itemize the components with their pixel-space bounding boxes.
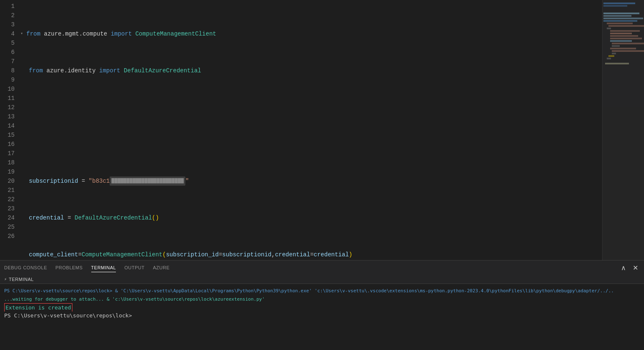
terminal-line-1: PS C:\Users\v-vsettu\source\repos\lock> … <box>4 286 640 295</box>
code-line-4 <box>19 140 602 149</box>
line-num-12: 12 <box>0 103 15 112</box>
code-content[interactable]: ▾ from azure.mgmt.compute import Compute… <box>19 0 602 260</box>
code-line-7: compute_client=ComputeManagementClient(s… <box>19 250 602 259</box>
line-num-26: 26 <box>0 232 15 241</box>
code-line-5: subscriptionid = "b83c1█████████████████… <box>19 176 602 186</box>
line-num-19: 19 <box>0 167 15 176</box>
code-line-6: credential = DefaultAzureCredential() <box>19 213 602 222</box>
terminal-line-2: ...waiting for debugger to attach... & '… <box>4 295 640 303</box>
line-num-13: 13 <box>0 112 15 121</box>
editor-area: 1 2 3 4 5 6 7 8 9 10 11 12 13 14 15 16 1… <box>0 0 644 260</box>
line-num-9: 9 <box>0 75 15 84</box>
panel-tabs: DEBUG CONSOLE PROBLEMS TERMINAL OUTPUT A… <box>0 260 644 275</box>
line-num-20: 20 <box>0 176 15 186</box>
code-line-2: from azure.identity import DefaultAzureC… <box>19 66 602 75</box>
terminal-line-3: Extension is created <box>4 303 640 312</box>
tab-azure[interactable]: AZURE <box>153 263 169 272</box>
terminal-area[interactable]: ⚡ TERMINAL PS C:\Users\v-vsettu\source\r… <box>0 275 644 350</box>
panel-maximize-button[interactable]: ∧ <box>619 263 628 273</box>
line-num-3: 3 <box>0 20 15 29</box>
minimap-visual <box>603 0 644 260</box>
line-num-21: 21 <box>0 186 15 195</box>
line-num-8: 8 <box>0 66 15 75</box>
terminal-header-label: TERMINAL <box>9 277 34 282</box>
line-num-16: 16 <box>0 140 15 149</box>
line-num-15: 15 <box>0 130 15 140</box>
terminal-line-4: PS C:\Users\v-vsettu\source\repos\lock> <box>4 312 640 320</box>
line-num-1: 1 <box>0 2 15 11</box>
line-num-7: 7 <box>0 57 15 66</box>
code-line-3 <box>19 103 602 112</box>
line-numbers: 1 2 3 4 5 6 7 8 9 10 11 12 13 14 15 16 1… <box>0 0 19 260</box>
panel-close-button[interactable]: ✕ <box>631 263 640 273</box>
line-num-22: 22 <box>0 195 15 204</box>
tab-problems[interactable]: PROBLEMS <box>55 263 82 272</box>
line-num-2: 2 <box>0 11 15 20</box>
line-num-18: 18 <box>0 158 15 167</box>
terminal-scrambled-2: ...waiting for debugger to attach... & '… <box>4 296 265 302</box>
terminal-prompt: PS C:\Users\v-vsettu\source\repos\lock> <box>4 312 132 319</box>
minimap <box>602 0 644 260</box>
line-num-6: 6 <box>0 48 15 57</box>
line-num-5: 5 <box>0 38 15 48</box>
panel-tab-actions: ∧ ✕ <box>619 263 640 273</box>
line-num-10: 10 <box>0 84 15 94</box>
terminal-content[interactable]: PS C:\Users\v-vsettu\source\repos\lock> … <box>0 284 644 350</box>
terminal-scrambled-1: PS C:\Users\v-vsettu\source\repos\lock> … <box>4 288 614 294</box>
fold-1[interactable]: ▾ <box>21 29 26 38</box>
tab-output[interactable]: OUTPUT <box>124 263 144 272</box>
tab-terminal[interactable]: TERMINAL <box>91 263 116 272</box>
code-line-1: ▾ from azure.mgmt.compute import Compute… <box>19 29 602 38</box>
line-num-14: 14 <box>0 121 15 130</box>
terminal-success-msg: Extension is created <box>4 303 72 312</box>
line-num-17: 17 <box>0 149 15 158</box>
line-num-23: 23 <box>0 204 15 213</box>
terminal-icon: ⚡ <box>4 277 7 282</box>
line-num-24: 24 <box>0 213 15 222</box>
terminal-header: ⚡ TERMINAL <box>0 275 644 284</box>
line-num-11: 11 <box>0 94 15 103</box>
line-num-25: 25 <box>0 222 15 232</box>
line-num-4: 4 <box>0 29 15 38</box>
tab-debug-console[interactable]: DEBUG CONSOLE <box>4 263 47 272</box>
